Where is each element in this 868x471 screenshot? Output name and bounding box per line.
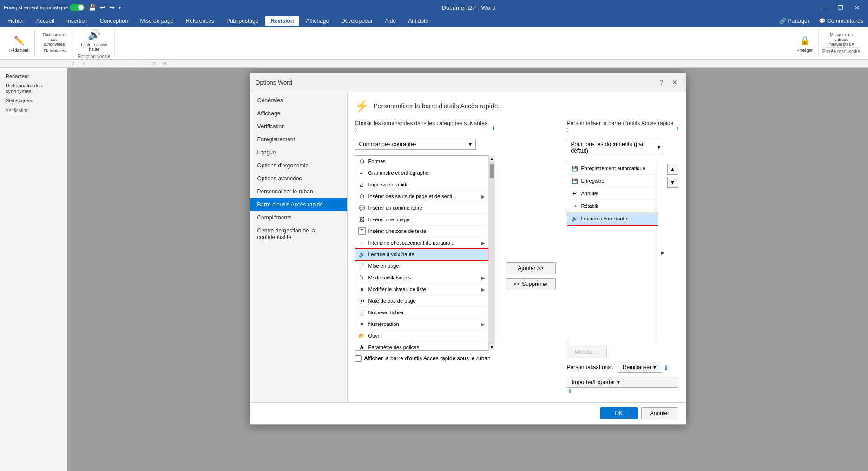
comments-button[interactable]: 💬 Commentaires xyxy=(816,17,866,25)
dialog-help-button[interactable]: ? xyxy=(656,77,667,88)
left-panel-redacteur[interactable]: Rédacteur xyxy=(0,72,67,81)
command-select[interactable]: Commandes courantes ▾ xyxy=(355,139,476,150)
show-toolbar-checkbox[interactable] xyxy=(355,355,362,362)
enreg-auto-label: Enregistrement automatique xyxy=(581,166,645,171)
undo-icon[interactable]: ↩ xyxy=(100,4,105,11)
expand-arrow-icon[interactable]: ▶ xyxy=(661,250,664,255)
restore-button[interactable]: ❐ xyxy=(833,2,848,13)
tab-conception[interactable]: Conception xyxy=(94,16,134,26)
minimize-button[interactable]: — xyxy=(816,2,831,13)
list-item-mode-tactile[interactable]: 🖱 Mode tactile/souris ▶ xyxy=(355,272,488,284)
list-item-image[interactable]: 🖼 Insérer une image xyxy=(355,214,488,226)
personalize-info-icon[interactable]: ℹ xyxy=(676,125,678,132)
tab-references[interactable]: Références xyxy=(180,16,220,26)
list-item-formes[interactable]: ⬡ Formes xyxy=(355,156,488,167)
reinitialiser-info-icon[interactable]: ℹ xyxy=(665,364,667,371)
tab-developpeur[interactable]: Développeur xyxy=(335,16,378,26)
scroll-up-arrow[interactable]: ▲ xyxy=(488,155,495,162)
quick-access-list[interactable]: 💾 Enregistrement automatique 💾 Enregistr… xyxy=(567,162,658,343)
list-item-note-bas[interactable]: ab Note de bas de page xyxy=(355,295,488,307)
nav-ergonomie[interactable]: Options d'ergonomie xyxy=(250,159,347,172)
nav-avancees[interactable]: Options avancées xyxy=(250,172,347,185)
list-item-parametre-polices[interactable]: A Paramètre des polices xyxy=(355,342,488,351)
cancel-button[interactable]: Annuler xyxy=(641,407,678,419)
left-panel-statistiques[interactable]: Statistiques xyxy=(0,96,67,105)
list-item-ouvrir[interactable]: 📂 Ouvrir xyxy=(355,330,488,342)
interligne-label: Interligne et espacement de paragra... xyxy=(368,240,455,245)
close-button[interactable]: ✕ xyxy=(850,2,864,13)
nav-confidentialite[interactable]: Centre de gestion de la confidentialité xyxy=(250,224,347,244)
right-item-enregistrer[interactable]: 💾 Enregistrer xyxy=(567,175,658,187)
list-item-commentaire[interactable]: 💬 Insérer un commentaire xyxy=(355,202,488,214)
tab-insertion[interactable]: Insertion xyxy=(61,16,93,26)
share-button[interactable]: 🔗 Partager xyxy=(776,17,812,25)
commentaire-label: Insérer un commentaire xyxy=(368,205,422,211)
list-item-modifier-liste[interactable]: ≡ Modifier le niveau de liste ▶ xyxy=(355,284,488,295)
tab-affichage[interactable]: Affichage xyxy=(300,16,335,26)
commands-list-container: ⬡ Formes ✔ Grammaire et orthographe xyxy=(355,155,495,351)
list-item-nouveau-fichier[interactable]: 📄 Nouveau fichier xyxy=(355,307,488,318)
ribbon-right: 🔗 Partager 💬 Commentaires xyxy=(776,17,866,25)
dropdown-icon[interactable]: ▾ xyxy=(118,5,121,11)
tab-accueil[interactable]: Accueil xyxy=(31,16,60,26)
nav-enregistrement[interactable]: Enregistrement xyxy=(250,133,347,146)
tab-revision[interactable]: Révision xyxy=(265,16,299,26)
right-item-enregistrement-auto[interactable]: 💾 Enregistrement automatique xyxy=(567,162,658,175)
list-item-impression[interactable]: 🖨 Impression rapide xyxy=(355,179,488,191)
right-item-annuler[interactable]: ↩ Annuler xyxy=(567,187,658,200)
right-item-lecture[interactable]: 🔊 Lecture à voix haute xyxy=(567,212,658,225)
dialog-close-button[interactable]: ✕ xyxy=(669,77,680,88)
nav-generales[interactable]: Générales xyxy=(250,94,347,107)
nav-affichage[interactable]: Affichage xyxy=(250,107,347,120)
list-item-grammaire[interactable]: ✔ Grammaire et orthographe xyxy=(355,167,488,179)
add-button[interactable]: Ajouter >> xyxy=(506,262,556,274)
toolbar-lecture-button[interactable]: 🔊 Lecture à voix haute xyxy=(79,27,110,53)
list-item-lecture[interactable]: 🔊 Lecture à voix haute xyxy=(355,249,488,260)
toolbar-synonymes-button[interactable]: Dictionnaire des synonymes xyxy=(39,32,70,47)
tab-antidote[interactable]: Antidote xyxy=(402,16,434,26)
move-down-button[interactable]: ▼ xyxy=(667,177,678,188)
nav-complements[interactable]: Compléments xyxy=(250,211,347,224)
tab-aide[interactable]: Aide xyxy=(379,16,401,26)
list-item-mise-en-page[interactable]: 📄 Mise en page xyxy=(355,260,488,272)
autosave-switch[interactable] xyxy=(70,4,85,11)
tab-mise-en-page[interactable]: Mise en page xyxy=(134,16,179,26)
list-item-numerotation[interactable]: ≡ Numérotation ▶ xyxy=(355,318,488,330)
lecture-list-label: Lecture à voix haute xyxy=(368,252,414,257)
remove-button[interactable]: << Supprimer xyxy=(506,278,556,290)
importer-exporter-button[interactable]: Importer/Exporter ▾ xyxy=(567,377,678,388)
right-item-retablir[interactable]: ↪ Rétablir xyxy=(567,200,658,212)
importer-info-icon[interactable]: ℹ xyxy=(569,388,571,395)
list-item-zone-texte[interactable]: T Insérer une zone de texte xyxy=(355,226,488,237)
list-item-sauts[interactable]: ⬡ Insérer des sauts de page et de secti.… xyxy=(355,191,488,202)
nav-personnaliser-ruban[interactable]: Personnaliser le ruban xyxy=(250,185,347,198)
toolbar-statistiques-button[interactable]: Statistiques xyxy=(41,47,67,54)
toolbar-proteger-button[interactable]: 🔒 Protéger xyxy=(795,32,815,53)
left-panel-synonymes[interactable]: Dictionnaire des synonymes xyxy=(0,81,67,96)
nav-langue[interactable]: Langue xyxy=(250,146,347,159)
toolbar-redacteur-button[interactable]: ✏️ Rédacteur xyxy=(7,32,31,53)
toolbar-masquer-button[interactable]: Masquer les entrées manuscrites ▾ xyxy=(825,32,857,47)
tab-fichier[interactable]: Fichier xyxy=(2,16,30,26)
nav-verification[interactable]: Vérification xyxy=(250,120,347,133)
redo-icon[interactable]: ↪ xyxy=(109,4,115,11)
move-up-button[interactable]: ▲ xyxy=(667,164,678,175)
reinitialiser-button[interactable]: Réinitialiser ▾ xyxy=(618,362,661,373)
save-icon[interactable]: 💾 xyxy=(88,4,96,11)
ok-button[interactable]: OK xyxy=(600,407,638,419)
scroll-thumb[interactable] xyxy=(490,164,494,178)
choose-info-icon[interactable]: ℹ xyxy=(493,125,495,132)
tab-publipostage[interactable]: Publipostage xyxy=(221,16,264,26)
autosave-toggle[interactable]: Enregistrement automatique xyxy=(4,4,85,11)
commands-list[interactable]: ⬡ Formes ✔ Grammaire et orthographe xyxy=(355,155,495,351)
list-scrollbar[interactable]: ▲ ▼ xyxy=(488,155,495,351)
list-item-interligne[interactable]: ≡ Interligne et espacement de paragra...… xyxy=(355,237,488,249)
scroll-track[interactable] xyxy=(489,162,495,344)
scroll-down-arrow[interactable]: ▼ xyxy=(488,344,495,351)
modifier-button[interactable]: Modifier... xyxy=(567,346,607,358)
nav-barre-outils[interactable]: Barre d'outils Accès rapide xyxy=(250,198,347,211)
title-bar-left: Enregistrement automatique 💾 ↩ ↪ ▾ xyxy=(4,4,121,11)
target-select[interactable]: Pour tous les documents (par défaut) ▾ xyxy=(567,139,664,156)
options-dialog: Options Word ? ✕ Générales Affichage Vér… xyxy=(250,73,686,425)
add-remove-buttons: Ajouter >> << Supprimer xyxy=(506,120,556,395)
